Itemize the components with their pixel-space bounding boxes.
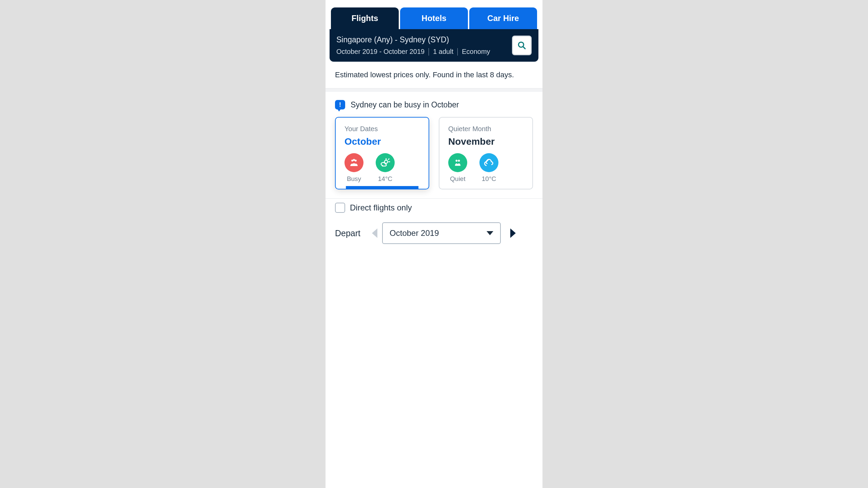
- direct-flights-row[interactable]: Direct flights only: [335, 203, 533, 213]
- weather-stat: 14°C: [376, 153, 395, 183]
- people-icon: [448, 153, 467, 172]
- chevron-down-icon: [487, 231, 493, 235]
- card-label: Quieter Month: [448, 125, 524, 133]
- crowd-label: Busy: [347, 175, 361, 183]
- busy-headline: Sydney can be busy in October: [351, 100, 459, 109]
- svg-point-9: [456, 160, 458, 162]
- filters-section: Direct flights only Depart October 2019: [326, 199, 542, 244]
- depart-month-select[interactable]: October 2019: [382, 222, 501, 244]
- svg-line-8: [388, 159, 389, 160]
- search-button[interactable]: [512, 36, 532, 55]
- svg-line-1: [523, 46, 525, 49]
- svg-point-4: [353, 159, 355, 161]
- direct-flights-label: Direct flights only: [350, 203, 412, 212]
- search-icon: [517, 41, 526, 50]
- card-month: November: [448, 136, 524, 147]
- divider: [457, 48, 458, 56]
- crowd-stat: Busy: [344, 153, 363, 183]
- busy-header: ! Sydney can be busy in October: [335, 100, 533, 109]
- svg-point-3: [355, 160, 357, 162]
- search-summary-text: Singapore (Any) - Sydney (SYD) October 2…: [336, 35, 507, 56]
- next-month-button[interactable]: [510, 228, 516, 238]
- passenger-count: 1 adult: [433, 48, 453, 56]
- stat-row: Busy 14°C: [344, 153, 420, 183]
- depart-label: Depart: [335, 228, 360, 238]
- direct-flights-checkbox[interactable]: [335, 203, 345, 213]
- depart-month-value: October 2019: [390, 228, 439, 238]
- cloud-icon: [479, 153, 498, 172]
- search-details: October 2019 - October 2019 1 adult Econ…: [336, 48, 507, 56]
- divider: [429, 48, 429, 56]
- prev-month-button[interactable]: [372, 228, 377, 238]
- price-disclaimer: Estimated lowest prices only. Found in t…: [326, 62, 542, 88]
- people-icon: [344, 153, 363, 172]
- card-month: October: [344, 136, 420, 147]
- month-cards: Your Dates October Busy 14°C: [335, 117, 533, 189]
- tab-flights[interactable]: Flights: [331, 7, 399, 29]
- svg-point-10: [458, 160, 460, 162]
- busy-months-section: ! Sydney can be busy in October Your Dat…: [326, 88, 542, 199]
- card-label: Your Dates: [344, 125, 420, 133]
- month-card-your-dates[interactable]: Your Dates October Busy 14°C: [335, 117, 429, 189]
- depart-row: Depart October 2019: [335, 222, 533, 244]
- product-tabs: Flights Hotels Car Hire: [326, 0, 542, 29]
- temp-label: 14°C: [378, 175, 392, 183]
- crowd-label: Quiet: [450, 175, 465, 183]
- tab-carhire[interactable]: Car Hire: [469, 7, 537, 29]
- app-screen: Flights Hotels Car Hire Singapore (Any) …: [326, 0, 542, 488]
- tab-hotels[interactable]: Hotels: [400, 7, 468, 29]
- cabin-class: Economy: [462, 48, 490, 56]
- month-card-quieter[interactable]: Quieter Month November Quiet 10°C: [439, 117, 533, 189]
- weather-icon: [376, 153, 395, 172]
- alert-icon: !: [335, 100, 345, 109]
- svg-point-2: [351, 160, 353, 162]
- weather-stat: 10°C: [479, 153, 498, 183]
- stat-row: Quiet 10°C: [448, 153, 524, 183]
- date-range: October 2019 - October 2019: [336, 48, 425, 56]
- route-text: Singapore (Any) - Sydney (SYD): [336, 35, 507, 44]
- crowd-stat: Quiet: [448, 153, 467, 183]
- search-summary[interactable]: Singapore (Any) - Sydney (SYD) October 2…: [330, 29, 538, 62]
- temp-label: 10°C: [482, 175, 496, 183]
